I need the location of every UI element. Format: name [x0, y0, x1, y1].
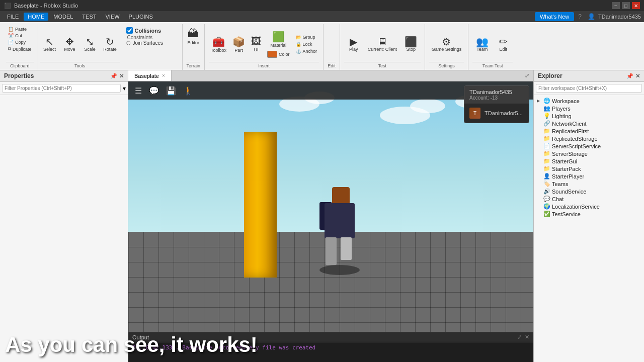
explorer-item-players[interactable]: 👥Players — [536, 105, 642, 112]
hamburger-menu-icon[interactable]: ☰ — [133, 84, 143, 97]
select-button[interactable]: ↖ Select — [40, 35, 59, 53]
cloud-4 — [410, 99, 445, 113]
duplicate-icon: ⧉ — [8, 46, 11, 52]
user-icon[interactable]: 👤 — [588, 13, 595, 20]
team-button[interactable]: 👥 Team — [472, 35, 492, 53]
filter-dropdown-icon[interactable]: ▾ — [123, 85, 126, 92]
help-icon[interactable]: ? — [578, 13, 582, 20]
part-button[interactable]: 📦 Part — [230, 35, 247, 54]
ui-button[interactable]: 🖼 UI — [249, 35, 263, 53]
menu-view[interactable]: VIEW — [101, 13, 123, 21]
explorer-item-starterpack[interactable]: 📁StarterPack — [536, 165, 642, 172]
close-button[interactable]: ✕ — [632, 2, 640, 9]
move-button[interactable]: ✥ Move — [60, 35, 79, 53]
lock-button[interactable]: 🔒 Lock — [294, 41, 319, 47]
play-button[interactable]: ▶ Play — [344, 35, 363, 53]
filter-properties-input[interactable] — [2, 84, 121, 93]
explorer-tree: ▶🌐Workspace 👥Players 💡Lighting 🔗NetworkC… — [534, 95, 644, 362]
explorer-item-serverscriptservice[interactable]: 📄ServerScriptService — [536, 142, 642, 150]
tab-bar: Baseplate × ⤢ — [128, 70, 533, 81]
tree-label-serverstorage: ServerStorage — [552, 151, 588, 157]
material-label: Material — [270, 43, 286, 48]
stop-button[interactable]: ⬛ Stop — [401, 35, 421, 53]
game-settings-button[interactable]: ⚙ Game Settings — [429, 35, 464, 53]
explorer-header: Explorer 📌 ✕ — [534, 70, 644, 82]
rotate-icon: ↻ — [106, 37, 114, 47]
maximize-button[interactable]: □ — [622, 2, 630, 9]
explorer-item-replicatedstorage[interactable]: 📁ReplicatedStorage — [536, 135, 642, 142]
menu-file[interactable]: FILE — [3, 13, 23, 21]
duplicate-button[interactable]: ⧉ Duplicate — [6, 46, 34, 52]
menu-model[interactable]: MODEL — [49, 13, 77, 21]
copy-icon: 📄 — [8, 40, 14, 45]
explorer-item-starterplayer[interactable]: 👤StarterPlayer — [536, 172, 642, 180]
editor-icon: 🏔 — [188, 27, 199, 40]
explorer-item-testservice[interactable]: ✅TestService — [536, 210, 642, 218]
constraints-row: Constraints — [126, 35, 178, 40]
anchor-button[interactable]: ⚓ Anchor — [294, 48, 319, 54]
character-head — [332, 187, 350, 205]
material-button[interactable]: 🟩 Material — [265, 30, 292, 49]
user-popup-item[interactable]: T TDanimador5... — [464, 104, 529, 123]
join-surfaces-icon: ⬡ — [126, 40, 131, 46]
explorer-item-startergui[interactable]: 📁StarterGui — [536, 157, 642, 165]
menu-home[interactable]: HOME — [24, 13, 48, 21]
explorer-item-chat[interactable]: 💬Chat — [536, 195, 642, 203]
scale-icon: ⤡ — [86, 37, 94, 47]
part-label: Part — [234, 48, 243, 53]
settings-section: ⚙ Game Settings Settings — [425, 24, 469, 70]
user-popup: TDanimador5435 Account: -13 T TDanimador… — [464, 85, 529, 123]
chat-icon[interactable]: 💬 — [147, 84, 160, 97]
maximize-viewport-icon[interactable]: ⤢ — [521, 72, 533, 79]
scale-button[interactable]: ⤡ Scale — [80, 35, 100, 53]
cut-button[interactable]: ✂️ Cut — [6, 33, 34, 39]
toolbox-label: Toolbox — [211, 48, 226, 53]
tab-close-button[interactable]: × — [162, 73, 165, 78]
explorer-item-workspace[interactable]: ▶🌐Workspace — [536, 97, 642, 105]
explorer-panel: Explorer 📌 ✕ ▶🌐Workspace 👥Players 💡Light… — [533, 70, 644, 362]
paste-button[interactable]: 📋 Paste — [6, 26, 34, 32]
properties-pin-icon[interactable]: 📌 — [110, 73, 117, 79]
whats-new-button[interactable]: What's New — [535, 12, 574, 21]
output-expand-icon[interactable]: ⤢ — [517, 334, 522, 340]
menubar: FILE HOME MODEL TEST VIEW PLUGINS What's… — [0, 11, 644, 22]
explorer-close-icon[interactable]: ✕ — [635, 73, 640, 79]
tree-icon-lighting: 💡 — [543, 113, 550, 119]
explorer-pin-icon[interactable]: 📌 — [626, 73, 633, 79]
explorer-item-replicatedfirst[interactable]: 📁ReplicatedFirst — [536, 127, 642, 135]
current-client-button[interactable]: 🖥 Current: Client — [365, 35, 399, 53]
menu-plugins[interactable]: PLUGINS — [125, 13, 157, 21]
explorer-item-serverstorage[interactable]: 📁ServerStorage — [536, 150, 642, 157]
insert-section-label: Insert — [209, 62, 319, 70]
character-icon[interactable]: 🚶 — [182, 84, 195, 97]
toolbox-button[interactable]: 🧰 Toolbox — [209, 35, 228, 54]
properties-close-icon[interactable]: ✕ — [119, 73, 124, 79]
join-surfaces-row[interactable]: ⬡ Join Surfaces — [126, 40, 178, 46]
minimize-button[interactable]: − — [612, 2, 620, 9]
viewport[interactable]: ☰ 💬 💾 🚶 TDanimador5435 Account: -13 TDan… — [128, 81, 533, 332]
copy-button[interactable]: 📄 Copy — [6, 39, 34, 45]
explorer-item-localizationservice[interactable]: 🌍LocalizationService — [536, 203, 642, 210]
color-button[interactable]: Color — [265, 50, 292, 59]
explorer-item-teams[interactable]: 🏷️Teams — [536, 180, 642, 188]
baseplate-tab[interactable]: Baseplate × — [128, 70, 172, 81]
move-icon: ✥ — [65, 37, 74, 47]
explorer-item-lighting[interactable]: 💡Lighting — [536, 112, 642, 120]
collisions-checkbox[interactable] — [126, 27, 133, 34]
editor-button[interactable]: 🏔 Editor — [187, 26, 201, 46]
group-button[interactable]: 📂 Group — [294, 34, 319, 40]
clipboard-tools: 📋 Paste ✂️ Cut 📄 Copy ⧉ Duplicate — [6, 24, 34, 62]
output-close-icon[interactable]: ✕ — [525, 334, 529, 340]
rotate-button[interactable]: ↻ Rotate — [101, 35, 120, 53]
filter-workspace-input[interactable] — [536, 84, 642, 93]
explorer-item-soundservice[interactable]: 🔊SoundService — [536, 188, 642, 195]
edit-teamtest-button[interactable]: ✏ Edit — [494, 35, 513, 53]
editor-label: Editor — [188, 40, 200, 45]
tree-label-localizationservice: LocalizationService — [552, 204, 600, 210]
save-icon[interactable]: 💾 — [165, 84, 178, 97]
explorer-item-networkclient[interactable]: 🔗NetworkClient — [536, 120, 642, 127]
menu-test[interactable]: TEST — [78, 13, 100, 21]
constraints-label: Constraints — [127, 35, 153, 40]
teamtest-section-label: Team Test — [472, 62, 513, 70]
settings-buttons: ⚙ Game Settings — [429, 24, 464, 62]
